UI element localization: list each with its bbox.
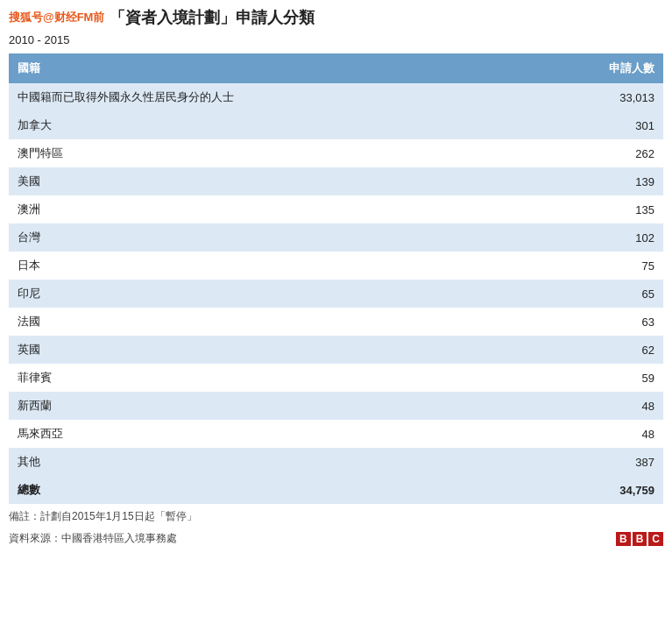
- table-row: 其他387: [9, 448, 663, 476]
- cell-count: 48: [524, 420, 663, 448]
- source-text: 資料來源：中國香港特區入境事務處: [9, 531, 177, 546]
- cell-country: 中國籍而已取得外國永久性居民身分的人士: [9, 83, 524, 111]
- applicants-table: 國籍 申請人數 中國籍而已取得外國永久性居民身分的人士33,013加拿大301澳…: [9, 53, 663, 504]
- source-bar: 資料來源：中國香港特區入境事務處 B B C: [0, 526, 672, 553]
- cell-count: 102: [524, 223, 663, 252]
- table-row: 澳門特區262: [9, 139, 663, 167]
- table-row: 馬來西亞48: [9, 420, 663, 448]
- table-row: 印尼65: [9, 280, 663, 308]
- cell-country: 澳門特區: [9, 139, 524, 167]
- cell-count: 301: [524, 111, 663, 139]
- page-title: 「資者入境計劃」申請人分類: [110, 7, 315, 28]
- cell-country: 菲律賓: [9, 364, 524, 392]
- table-row: 日本75: [9, 252, 663, 280]
- cell-country: 澳洲: [9, 195, 524, 223]
- col-applicants-header: 申請人數: [524, 53, 663, 83]
- table-row: 英國62: [9, 336, 663, 364]
- header-bar: 搜狐号@财经FM前 「資者入境計劃」申請人分類: [0, 0, 672, 32]
- cell-count: 75: [524, 252, 663, 280]
- table-row: 新西蘭48: [9, 392, 663, 420]
- cell-count: 33,013: [524, 83, 663, 111]
- cell-count: 135: [524, 195, 663, 223]
- cell-country: 加拿大: [9, 111, 524, 139]
- footnote: 備註：計劃自2015年1月15日起「暫停」: [0, 504, 672, 526]
- table-header-row: 國籍 申請人數: [9, 53, 663, 83]
- bbc-b2: B: [633, 532, 647, 546]
- table-row: 台灣102: [9, 223, 663, 252]
- cell-count: 63: [524, 308, 663, 336]
- cell-country: 其他: [9, 448, 524, 476]
- cell-count: 34,759: [524, 476, 663, 504]
- cell-country: 總數: [9, 476, 524, 504]
- table-row: 澳洲135: [9, 195, 663, 223]
- logo-text: 搜狐号@财经FM前: [9, 10, 104, 25]
- cell-country: 印尼: [9, 280, 524, 308]
- date-range: 2010 - 2015: [0, 32, 672, 53]
- table-container: 國籍 申請人數 中國籍而已取得外國永久性居民身分的人士33,013加拿大301澳…: [0, 53, 672, 504]
- table-row: 加拿大301: [9, 111, 663, 139]
- cell-country: 日本: [9, 252, 524, 280]
- cell-country: 法國: [9, 308, 524, 336]
- bbc-logo: B B C: [616, 532, 663, 546]
- col-country-header: 國籍: [9, 53, 524, 83]
- total-row: 總數34,759: [9, 476, 663, 504]
- cell-country: 英國: [9, 336, 524, 364]
- bbc-c: C: [648, 532, 663, 546]
- cell-count: 387: [524, 448, 663, 476]
- bbc-b1: B: [616, 532, 631, 546]
- cell-count: 62: [524, 336, 663, 364]
- table-row: 中國籍而已取得外國永久性居民身分的人士33,013: [9, 83, 663, 111]
- table-row: 法國63: [9, 308, 663, 336]
- cell-count: 59: [524, 364, 663, 392]
- cell-country: 台灣: [9, 223, 524, 252]
- cell-count: 48: [524, 392, 663, 420]
- cell-country: 美國: [9, 167, 524, 195]
- table-row: 美國139: [9, 167, 663, 195]
- cell-count: 65: [524, 280, 663, 308]
- cell-count: 139: [524, 167, 663, 195]
- cell-country: 新西蘭: [9, 392, 524, 420]
- cell-count: 262: [524, 139, 663, 167]
- cell-country: 馬來西亞: [9, 420, 524, 448]
- table-row: 菲律賓59: [9, 364, 663, 392]
